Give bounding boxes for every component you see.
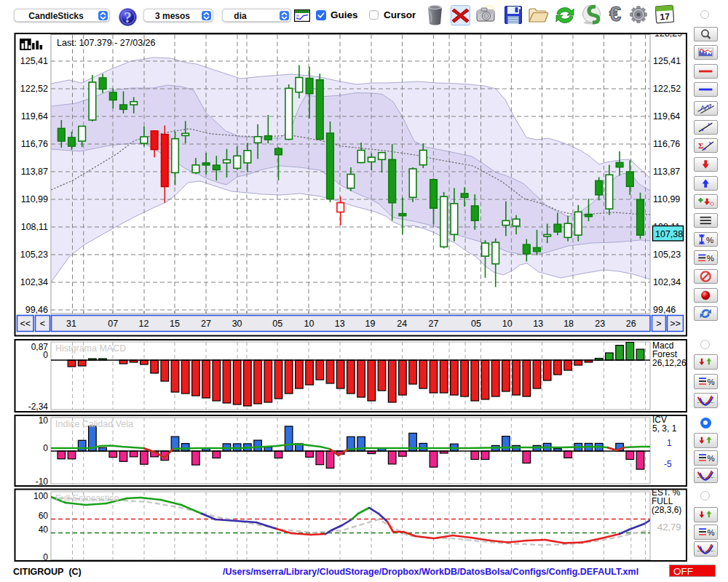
- svg-text:122,52: 122,52: [20, 84, 48, 94]
- svg-text:Last: 107.379 - 27/03/26: Last: 107.379 - 27/03/26: [57, 38, 156, 48]
- svg-text:23: 23: [595, 319, 605, 329]
- svg-text:110,99: 110,99: [21, 194, 48, 204]
- svg-text:125,41: 125,41: [20, 56, 48, 66]
- svg-text:102,34: 102,34: [653, 277, 681, 287]
- svg-text:10: 10: [502, 319, 513, 329]
- svg-text:05: 05: [272, 319, 282, 329]
- svg-text:19: 19: [365, 319, 376, 329]
- svg-text:-5: -5: [664, 459, 672, 469]
- svg-text:1: 1: [667, 438, 672, 448]
- svg-text:119,64: 119,64: [653, 111, 680, 121]
- svg-text:0: 0: [43, 443, 48, 453]
- svg-text:122,52: 122,52: [653, 84, 681, 94]
- svg-text:10: 10: [304, 319, 314, 329]
- svg-text:Full Estocastico: Full Estocastico: [55, 493, 119, 503]
- svg-text:26,12,26: 26,12,26: [652, 358, 687, 368]
- svg-text:18: 18: [563, 319, 574, 329]
- svg-text:27: 27: [201, 319, 211, 329]
- svg-text:119,64: 119,64: [21, 111, 48, 121]
- svg-text:<<: <<: [20, 319, 31, 329]
- svg-text:15: 15: [170, 319, 180, 329]
- svg-text:%: %: [708, 377, 715, 386]
- svg-text:%: %: [707, 254, 714, 263]
- svg-text:0: 0: [43, 552, 48, 562]
- svg-text:99,46: 99,46: [25, 305, 48, 315]
- svg-text:60: 60: [39, 511, 49, 521]
- svg-text:(28,3,6): (28,3,6): [652, 505, 681, 515]
- svg-text:12: 12: [138, 319, 149, 329]
- svg-text:<: <: [40, 319, 45, 329]
- svg-text:105,23: 105,23: [653, 250, 681, 260]
- svg-text:113,87: 113,87: [21, 167, 48, 177]
- svg-text:0: 0: [43, 350, 48, 360]
- svg-text:42,79: 42,79: [657, 522, 681, 533]
- svg-text:27: 27: [428, 319, 438, 329]
- svg-text:Σ: Σ: [698, 141, 703, 150]
- svg-text:31: 31: [66, 319, 76, 329]
- svg-text:%: %: [708, 453, 715, 462]
- svg-text:%: %: [708, 527, 715, 536]
- svg-text:116,76: 116,76: [21, 139, 48, 149]
- svg-text:40: 40: [39, 525, 49, 535]
- svg-text:26: 26: [626, 319, 636, 329]
- svg-text:113,87: 113,87: [653, 167, 680, 177]
- svg-text:13: 13: [533, 319, 543, 329]
- svg-text:24: 24: [397, 319, 407, 329]
- svg-text:125,41: 125,41: [653, 56, 681, 66]
- svg-text:30: 30: [232, 319, 242, 329]
- svg-text:>>: >>: [670, 319, 681, 329]
- svg-text:110,99: 110,99: [653, 194, 680, 204]
- svg-text:100: 100: [33, 491, 48, 501]
- svg-text:€: €: [609, 4, 621, 25]
- svg-text:99,46: 99,46: [653, 305, 676, 315]
- svg-text:5, 3, 1: 5, 3, 1: [652, 423, 677, 434]
- svg-text:13: 13: [335, 319, 345, 329]
- svg-text:107,38: 107,38: [655, 229, 683, 239]
- svg-text:-10: -10: [36, 477, 49, 487]
- svg-text:-2,34: -2,34: [28, 402, 49, 412]
- svg-text:116,76: 116,76: [653, 139, 680, 149]
- svg-text:Histgrama MACD: Histgrama MACD: [55, 343, 126, 354]
- svg-text:%: %: [706, 236, 713, 244]
- svg-text:105,23: 105,23: [20, 250, 48, 260]
- svg-text:?: ?: [124, 9, 132, 26]
- svg-text:102,34: 102,34: [20, 277, 48, 287]
- svg-text:07: 07: [108, 319, 118, 329]
- svg-text:108,11: 108,11: [21, 222, 48, 232]
- svg-text:10: 10: [39, 415, 49, 426]
- svg-text:Indice Calidad Vela: Indice Calidad Vela: [55, 419, 133, 429]
- svg-text:05: 05: [471, 319, 481, 329]
- svg-text:17: 17: [660, 12, 670, 23]
- svg-text:>: >: [656, 319, 661, 329]
